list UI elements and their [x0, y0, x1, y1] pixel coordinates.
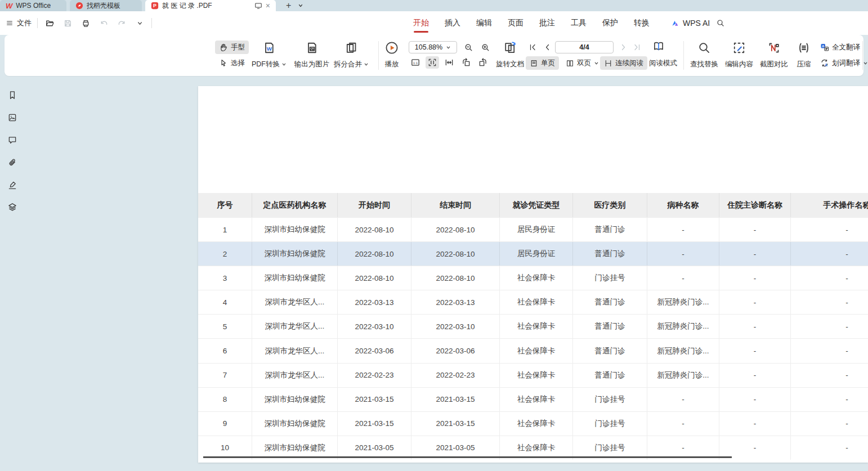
menu-tab-edit[interactable]: 编辑	[476, 18, 492, 28]
menu-tab-page[interactable]: 页面	[508, 18, 524, 28]
compress-button[interactable]: 压缩	[791, 39, 816, 71]
layers-icon[interactable]	[7, 202, 17, 212]
first-page-button[interactable]	[526, 41, 539, 53]
menu-tab-protect[interactable]: 保护	[602, 18, 618, 28]
pdf-page: 序号定点医药机构名称开始时间结束时间就诊凭证类型医疗类别病种名称住院主诊断名称手…	[198, 86, 868, 463]
window-tab-bar: W WPS Office 找稻壳模板 P 就 医 记 录 .PDF × +	[0, 0, 868, 11]
last-page-button[interactable]	[630, 41, 644, 53]
print-button[interactable]	[79, 17, 92, 29]
tab-medical-record-pdf[interactable]: P 就 医 记 录 .PDF ×	[145, 0, 276, 11]
table-cell: 普通门诊	[573, 290, 647, 314]
play-button[interactable]: 播放	[376, 39, 408, 71]
zoom-out-button[interactable]	[462, 41, 475, 53]
table-cell: -	[647, 266, 719, 290]
wps-logo-icon: W	[6, 2, 12, 10]
full-translate-icon: A	[820, 43, 829, 52]
table-cell: 深圳市龙华区人...	[252, 315, 338, 338]
table-row: 9深圳市妇幼保健院2021-03-152021-03-15社会保障卡门诊挂号--…	[198, 411, 868, 436]
open-file-button[interactable]	[43, 17, 56, 29]
rotate-right-button[interactable]	[476, 56, 490, 69]
chevron-down-icon	[594, 61, 599, 66]
new-tab-plus-icon[interactable]: +	[286, 1, 291, 10]
tab-list-chevron-down-icon[interactable]	[298, 3, 303, 8]
table-row: 5深圳市龙华区人...2022-03-102022-03-10社会保障卡普通门诊…	[198, 314, 868, 338]
word-translate-button[interactable]: A 划词翻译	[816, 56, 868, 70]
tab-docer-templates[interactable]: 找稻壳模板	[70, 0, 142, 11]
pdf-convert-icon: W	[262, 41, 276, 55]
zoom-level-select[interactable]: 105.88%	[409, 41, 457, 53]
actual-size-button[interactable]: 1:1	[409, 56, 422, 69]
table-header-cell: 就诊凭证类型	[500, 193, 573, 217]
undo-button[interactable]	[97, 17, 110, 29]
next-page-button[interactable]	[617, 41, 630, 53]
close-icon[interactable]: ×	[266, 2, 270, 10]
svg-text:1:1: 1:1	[413, 61, 418, 65]
find-replace-button[interactable]: 查找替换	[687, 39, 722, 71]
chevron-down-icon	[364, 62, 369, 67]
tab-wps-office[interactable]: W WPS Office	[0, 0, 66, 11]
table-row: 3深圳市妇幼保健院2022-08-102022-08-10社会保障卡门诊挂号--…	[198, 266, 868, 290]
signature-icon[interactable]	[7, 180, 17, 190]
book-icon	[652, 40, 665, 52]
document-side-panel	[0, 76, 25, 471]
thumbnails-icon[interactable]	[7, 113, 17, 123]
rotate-left-button[interactable]	[459, 56, 473, 69]
present-monitor-icon[interactable]	[254, 2, 262, 10]
table-header-cell: 病种名称	[647, 193, 719, 217]
table-cell: 2	[198, 242, 252, 266]
table-cell: -	[719, 388, 791, 411]
comment-icon[interactable]	[7, 135, 17, 145]
read-mode-button[interactable]: 阅读模式	[645, 56, 681, 70]
table-cell: 普通门诊	[573, 315, 647, 338]
table-header-cell: 手术操作名称	[791, 193, 868, 217]
previous-page-button[interactable]	[540, 41, 554, 53]
table-cell: 2022-03-13	[411, 290, 500, 314]
table-cell: 2022-03-06	[338, 339, 411, 362]
table-cell: 深圳市龙华区人...	[252, 339, 338, 362]
file-menu-button[interactable]: 文件	[6, 18, 32, 28]
menu-tab-tools[interactable]: 工具	[571, 18, 587, 28]
edit-content-button[interactable]: 编辑内容	[722, 39, 757, 71]
menu-tab-comment[interactable]: 批注	[539, 18, 555, 28]
table-cell: 2021-03-15	[338, 388, 411, 411]
table-cell: -	[791, 315, 868, 338]
edit-content-icon	[732, 41, 746, 55]
table-cell: 社会保障卡	[500, 290, 573, 314]
menu-tab-home[interactable]: 开始	[413, 18, 429, 28]
table-row: 8深圳市妇幼保健院2021-03-152021-03-15社会保障卡门诊挂号--…	[198, 387, 868, 411]
continuous-reading-button[interactable]: 连续阅读	[600, 56, 647, 70]
wps-ai-button[interactable]: WPS AI	[671, 11, 710, 35]
fit-width-button[interactable]	[442, 56, 456, 69]
table-cell: 5	[198, 315, 252, 338]
table-cell: 深圳市龙华区人...	[252, 364, 338, 387]
single-page-view-button[interactable]: 单页	[526, 56, 559, 70]
table-cell: 普通门诊	[573, 218, 647, 241]
hand-icon	[219, 43, 228, 52]
split-merge-button[interactable]: 拆分合并	[326, 39, 376, 71]
word-translate-icon: A	[820, 59, 829, 68]
table-cell: 2022-03-10	[411, 315, 500, 338]
double-page-view-button[interactable]: 双页	[562, 56, 603, 70]
full-text-translate-button[interactable]: A 全文翻译	[816, 41, 864, 54]
quick-access-chevron-down-icon[interactable]	[133, 17, 146, 29]
redo-button[interactable]	[115, 17, 128, 29]
screenshot-compare-button[interactable]: 截图对比	[757, 39, 791, 71]
rotate-document-button[interactable]: 旋转文档	[490, 39, 530, 71]
play-icon	[385, 41, 399, 55]
page-number-input[interactable]: 4/4	[555, 41, 614, 53]
table-cell: 2021-03-15	[411, 412, 500, 436]
table-cell: 门诊挂号	[573, 412, 647, 436]
table-cell: 2022-02-23	[411, 364, 500, 387]
table-cell: -	[791, 364, 868, 387]
fit-page-button[interactable]	[426, 56, 439, 69]
attachment-icon[interactable]	[7, 158, 17, 168]
bookmark-icon[interactable]	[7, 90, 17, 100]
menu-tab-insert[interactable]: 插入	[445, 18, 460, 28]
tab-label: 找稻壳模板	[87, 1, 120, 11]
table-cell: 2022-03-13	[338, 290, 411, 314]
table-cell: 深圳市妇幼保健院	[252, 412, 338, 436]
menu-search-button[interactable]	[714, 17, 727, 29]
menu-tab-convert[interactable]: 转换	[634, 18, 650, 28]
save-button[interactable]	[61, 17, 74, 29]
table-row: 4深圳市龙华区人...2022-03-132022-03-13社会保障卡普通门诊…	[198, 290, 868, 314]
